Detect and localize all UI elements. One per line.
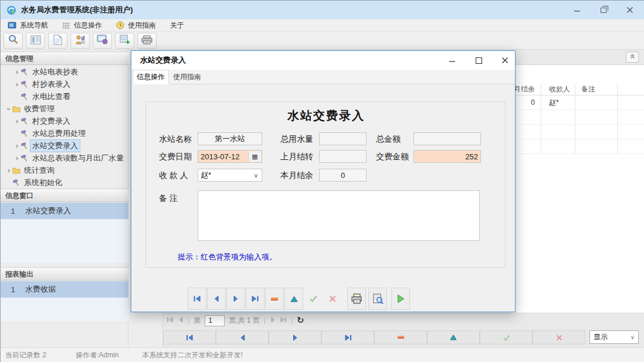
nav-post-button[interactable]	[480, 330, 533, 344]
restore-button[interactable]	[592, 1, 615, 19]
column-header-remark[interactable]: 备注	[575, 84, 618, 95]
payee-combo[interactable]: 赵* ∨	[198, 169, 262, 182]
table-row-empty	[505, 139, 644, 154]
chevron-right-icon[interactable]: ›	[13, 80, 21, 88]
user-report-button[interactable]	[70, 33, 90, 49]
chevron-right-icon[interactable]: ›	[13, 68, 21, 76]
total-amount-label: 总金额	[376, 132, 401, 145]
tree-item-village-reading[interactable]: ›村抄表录入	[1, 78, 128, 90]
dialog-maximize-button[interactable]	[469, 51, 489, 70]
pay-amount-input[interactable]	[414, 151, 480, 162]
tree-item-water-elec-ratio[interactable]: 水电比查看	[1, 90, 128, 103]
document-icon	[53, 35, 62, 47]
menu-item-guide[interactable]: 使用指南	[109, 19, 163, 32]
pay-amount-field[interactable]	[413, 150, 481, 163]
record-cancel-button[interactable]	[323, 288, 342, 310]
monitor-icon	[8, 22, 16, 29]
info-window-item[interactable]: 1 水站交费录入	[1, 203, 128, 219]
report-output-item[interactable]: 1 水费收据	[1, 281, 128, 298]
chevron-right-icon[interactable]: ›	[13, 154, 21, 162]
tree-item-stats-query[interactable]: ›统计查询	[1, 164, 128, 176]
page-label-suffix: 页,共 1 页	[229, 316, 260, 326]
nav-edit-button[interactable]	[427, 330, 480, 344]
status-bar: 当前记录数 2 操作者:Admin 本系统支持二次开发和全新开发!	[1, 347, 644, 362]
record-first-button[interactable]	[188, 288, 206, 310]
dialog-minimize-button[interactable]	[442, 51, 462, 70]
page-prior-button[interactable]	[178, 316, 184, 325]
menu-item-system-nav[interactable]: 系统导航	[1, 19, 55, 32]
tab-info-ops[interactable]: 信息操作	[133, 70, 169, 84]
tool-icon	[21, 142, 30, 149]
record-prior-button[interactable]	[207, 288, 226, 310]
payee-combo-value: 赵*	[198, 170, 211, 180]
main-toolbar	[1, 32, 644, 50]
chevron-right-icon[interactable]: ›	[13, 117, 21, 125]
tree-item-station-payment[interactable]: ›水站交费录入	[1, 139, 128, 152]
tree-item-village-payment[interactable]: ›村交费录入	[1, 115, 128, 127]
refresh-icon[interactable]: ↻	[297, 315, 304, 326]
dialog-close-button[interactable]	[495, 51, 515, 70]
nav-first-button[interactable]	[163, 330, 216, 344]
record-edit-button[interactable]	[284, 288, 303, 310]
station-payment-dialog: 水站交费录入 信息操作 使用指南 水站交费录入 水站名称 第一水站 总用水量 总…	[131, 50, 516, 312]
menu-item-label: 信息操作	[74, 21, 102, 30]
nav-prior-button[interactable]	[216, 330, 269, 344]
menu-item-about[interactable]: 关于	[163, 19, 191, 32]
page-first-button[interactable]	[167, 316, 174, 325]
print-preview-button[interactable]	[368, 288, 387, 310]
sidebar-header-windows[interactable]: 信息窗口	[1, 189, 128, 202]
table-row[interactable]: 0 赵*	[505, 95, 644, 110]
table-add-button[interactable]	[115, 33, 134, 49]
tree-item-station-meter-output[interactable]: ›水站总表读数与月出厂水量	[1, 152, 128, 164]
minimize-button[interactable]	[565, 1, 589, 19]
collapse-panel-button[interactable]	[626, 52, 639, 63]
page-last-button[interactable]	[280, 316, 287, 325]
chevron-right-icon[interactable]: ›	[5, 166, 12, 175]
page-number-input[interactable]	[205, 315, 225, 326]
record-post-button[interactable]	[304, 288, 323, 310]
nav-delete-button[interactable]	[374, 330, 427, 344]
execute-button[interactable]	[391, 288, 410, 310]
sidebar-header-info[interactable]: 信息管理	[1, 52, 128, 65]
tree-item-station-total-fee[interactable]: 水站总费用处理	[1, 127, 128, 139]
monitor-globe-button[interactable]	[93, 33, 112, 49]
chevron-right-icon[interactable]: ›	[13, 142, 21, 150]
remark-textarea[interactable]	[198, 190, 480, 241]
tab-guide[interactable]: 使用指南	[169, 70, 205, 84]
chevron-down-icon: ∨	[631, 334, 635, 340]
form-view-button[interactable]	[26, 33, 45, 49]
column-header-payee[interactable]: 收款人	[541, 84, 575, 95]
grid-icon	[62, 22, 70, 29]
document-button[interactable]	[48, 33, 67, 49]
chevron-down-icon[interactable]: ∨	[254, 172, 258, 179]
nav-last-button[interactable]	[321, 330, 374, 344]
dialog-nav-toolbar	[131, 287, 515, 310]
record-next-button[interactable]	[226, 288, 245, 310]
menu-item-info-ops[interactable]: 信息操作	[55, 19, 109, 32]
status-message: 本系统支持二次开发和全新开发!	[142, 350, 242, 360]
printer-button[interactable]	[137, 33, 157, 49]
app-window: 水务局水费管理系统(非注册用户) 系统导航 信息操作 使用指南 关于	[0, 0, 644, 362]
tree-item-fee-mgmt[interactable]: ›收费管理	[1, 103, 128, 115]
print-button[interactable]	[347, 288, 366, 310]
chevron-down-icon[interactable]: ›	[5, 105, 13, 112]
display-select[interactable]: 显示 ∨	[589, 330, 639, 344]
sidebar: 信息管理 ›水站电表抄表 ›村抄表录入 水电比查看 ›收费管理 ›村交费录入 水…	[1, 50, 128, 347]
tree-item-meter-reading[interactable]: ›水站电表抄表	[1, 66, 128, 78]
tool-icon	[21, 80, 30, 88]
grid-table: 月结余 收款人 备注 0 赵*	[505, 84, 644, 154]
tool-icon	[21, 154, 30, 162]
calendar-icon[interactable]: ▦	[248, 151, 261, 162]
sidebar-header-reports[interactable]: 报表输出	[1, 267, 128, 281]
close-button[interactable]	[618, 1, 642, 19]
page-next-button[interactable]	[270, 316, 276, 325]
search-button[interactable]	[4, 33, 23, 49]
record-delete-button[interactable]	[265, 288, 284, 310]
pay-date-field[interactable]: ▦	[198, 150, 262, 163]
tree-item-system-init[interactable]: 系统初始化	[1, 176, 128, 189]
nav-next-button[interactable]	[269, 330, 321, 344]
grid-header-row: 月结余 收款人 备注	[505, 84, 644, 95]
status-operator: 操作者:Admin	[76, 350, 118, 360]
nav-cancel-button[interactable]	[533, 330, 585, 344]
record-last-button[interactable]	[246, 288, 265, 310]
